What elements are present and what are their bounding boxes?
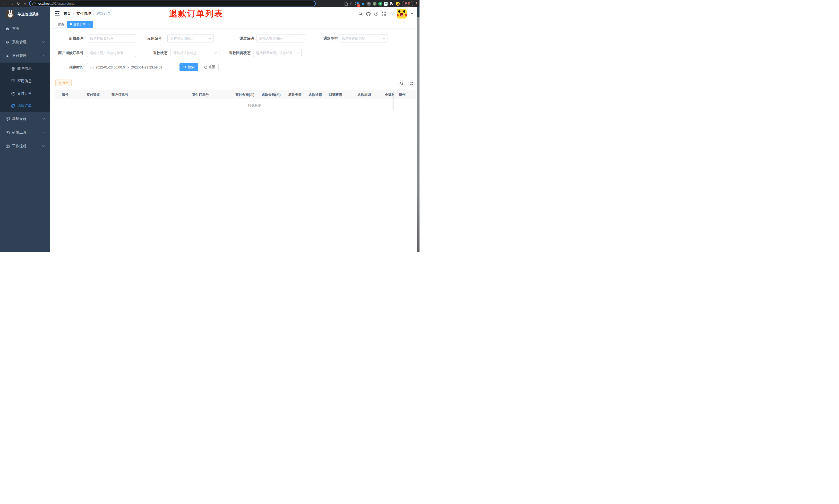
breadcrumb-home[interactable]: 首页 [64, 11, 71, 16]
address-bar[interactable]: i localhost:1024/pay/refund [29, 1, 316, 6]
col-id: 编号 [62, 90, 69, 100]
sidebar-item-merchant-info[interactable]: 商户信息 [0, 62, 50, 75]
filter-label-refund-status: 退款状态 [139, 49, 167, 57]
sidebar-item-refund-order[interactable]: 退款订单 [0, 100, 50, 112]
github-icon[interactable] [366, 12, 371, 16]
home-icon[interactable]: ⌂ [22, 0, 28, 7]
date-end[interactable]: 2022-01-23 23:59:59 [131, 66, 174, 69]
sidebar-item-label: 研发工具 [12, 130, 26, 135]
export-button[interactable]: 导出 [55, 79, 72, 86]
reset-button[interactable]: 重置 [201, 63, 219, 71]
tag-refund-order[interactable]: 退款订单✕ [67, 21, 93, 28]
close-icon[interactable]: ✕ [88, 23, 90, 26]
col-merchant-order-no: 商户订单号 [111, 90, 128, 100]
sidebar-item-infra[interactable]: 基础设施 [0, 112, 50, 126]
merchant-refund-no-field[interactable] [87, 49, 136, 57]
browser-menu-icon[interactable] [415, 2, 418, 5]
site-info-icon[interactable]: i [32, 2, 36, 5]
active-dot [70, 23, 72, 25]
channel-input[interactable] [259, 37, 301, 40]
app-select[interactable] [167, 34, 214, 42]
channel-select[interactable] [256, 34, 305, 42]
refund-status-input[interactable] [173, 51, 215, 55]
table-header: 编号 支付渠道 商户订单号 支付订单号 支付金额(元) 退款金额(元) 退款类型… [55, 90, 416, 100]
sidebar-item-pay-order[interactable]: ¥ 支付订单 [0, 87, 50, 100]
app-logo[interactable]: 芋道管理系统 [0, 7, 50, 22]
sidebar-toggle-icon[interactable] [55, 11, 60, 16]
share-icon[interactable] [344, 2, 348, 6]
reload-icon[interactable]: ↻ [15, 0, 22, 7]
browser-toolbar: ← → ↻ ⌂ i localhost:1024/pay/refund ☆ 10… [0, 0, 420, 7]
breadcrumb-pay[interactable]: 支付管理 [76, 11, 91, 16]
date-range-picker[interactable]: 2022-01-23 00:00:00 - 2022-01-23 23:59:5… [87, 63, 177, 71]
col-refund-status: 退款状态 [308, 90, 322, 100]
extension-command-icon[interactable]: ⌘ [367, 2, 371, 6]
app-input[interactable] [170, 37, 209, 40]
url-path: :1024/pay/refund [50, 2, 74, 5]
table-fixed-action-column: 操作 [394, 90, 416, 112]
extension-y-icon[interactable]: y [378, 2, 382, 6]
chevron-down-icon [42, 117, 45, 120]
merchant-select[interactable] [87, 34, 136, 42]
tag-home[interactable]: 首页 [56, 21, 67, 28]
sidebar-item-pay[interactable]: ¥ 支付管理 [0, 49, 50, 62]
window-edge-scrollbar[interactable] [417, 7, 420, 252]
refund-type-select[interactable] [339, 34, 388, 42]
breadcrumb: 首页 / 支付管理 / 退款订单 [64, 11, 111, 16]
merchant-refund-no-input[interactable] [90, 51, 133, 55]
sidebar-item-dev-tools[interactable]: 研发工具 [0, 126, 50, 139]
extension-recorder-icon[interactable] [373, 2, 376, 6]
col-pay-amount: 支付金额(元) [235, 90, 254, 100]
help-icon[interactable]: ? [374, 12, 378, 16]
tags-view: 首页 退款订单✕ [50, 20, 420, 29]
forward-icon[interactable]: → [8, 0, 15, 7]
bookmark-star-icon[interactable]: ☆ [350, 0, 353, 7]
page-annotation-title: 退款订单列表 [169, 8, 223, 20]
filter-label-create-time: 创建时间 [53, 63, 84, 71]
sidebar-item-system[interactable]: ⚙ 系统管理 [0, 35, 50, 49]
table-grid-icon [11, 79, 15, 83]
font-size-icon[interactable]: TT [389, 12, 393, 16]
extension-tabs-icon[interactable]: 10 [355, 2, 359, 6]
download-icon [58, 82, 61, 85]
sidebar-item-label: 商户信息 [17, 67, 32, 71]
filter-label-merchant: 所属商户 [53, 34, 84, 42]
extensions-puzzle-icon[interactable] [389, 2, 394, 6]
chevron-down-icon [383, 37, 386, 39]
refresh-table-button[interactable] [408, 80, 415, 87]
back-icon[interactable]: ← [2, 0, 8, 7]
extension-flag-icon[interactable]: ⚑ [384, 2, 388, 6]
date-start[interactable]: 2022-01-23 00:00:00 [95, 66, 125, 69]
refund-status-select[interactable] [171, 49, 219, 57]
top-navbar: 首页 / 支付管理 / 退款订单 ? TT [50, 7, 420, 20]
shop-icon [11, 67, 15, 71]
sidebar-item-home[interactable]: 首页 [0, 22, 50, 35]
toggle-search-button[interactable] [398, 80, 405, 87]
briefcase-icon [5, 144, 10, 148]
user-avatar[interactable] [397, 9, 407, 19]
sidebar-item-label: 支付订单 [17, 91, 32, 96]
chevron-down-icon [42, 40, 45, 43]
update-button[interactable]: 更新 [402, 1, 413, 6]
fullscreen-icon[interactable] [382, 12, 386, 16]
refund-doc-icon [11, 104, 15, 108]
notify-status-input[interactable] [256, 51, 297, 55]
sidebar-item-label: 基础设施 [12, 116, 26, 121]
sidebar-item-label: 退款订单 [17, 104, 32, 108]
sidebar-item-app-info[interactable]: 应用信息 [0, 75, 50, 87]
col-refund-amount: 退款金额(元) [262, 90, 281, 100]
merchant-input[interactable] [90, 37, 133, 40]
extension-emoji-icon[interactable] [395, 2, 400, 6]
caret-down-icon[interactable] [411, 13, 413, 14]
search-button[interactable]: 搜索 [179, 63, 198, 71]
sidebar-item-workflow[interactable]: 工作流程 [0, 139, 50, 153]
sidebar-item-label: 工作流程 [12, 144, 26, 148]
yen-icon: ¥ [5, 54, 10, 58]
extension-gem-icon[interactable]: ◆ [361, 2, 365, 6]
toolbox-icon [5, 131, 10, 134]
pay-submenu: 商户信息 应用信息 ¥ 支付订单 退款订单 [0, 62, 50, 112]
refund-type-input[interactable] [342, 37, 383, 40]
search-icon[interactable] [358, 12, 362, 16]
notify-status-select[interactable] [253, 49, 302, 57]
yen-circle-icon: ¥ [11, 92, 15, 95]
